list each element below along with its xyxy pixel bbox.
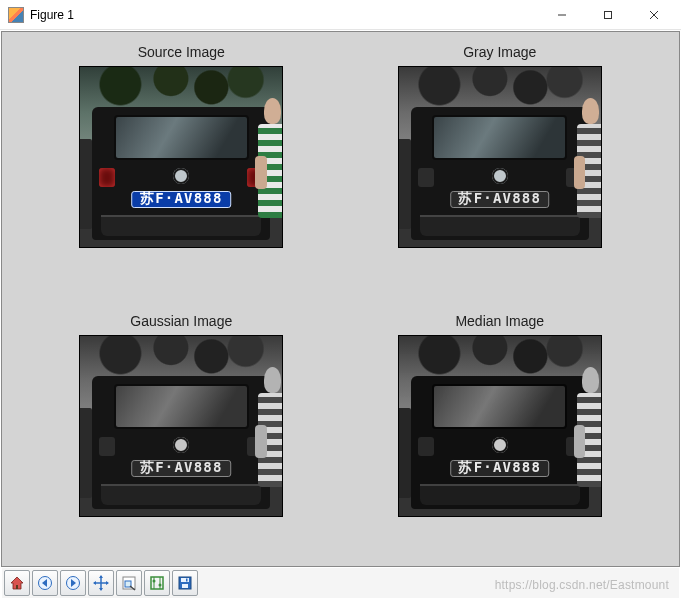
subplot-title: Source Image [138, 44, 225, 60]
subplot-title: Median Image [455, 313, 544, 329]
subplot-1: Gray Image苏F·AV888 [361, 44, 640, 285]
pan-button[interactable] [88, 570, 114, 596]
back-icon [37, 575, 53, 591]
back-button[interactable] [32, 570, 58, 596]
window-titlebar: Figure 1 [0, 0, 681, 30]
subplot-image: 苏F·AV888 [398, 66, 602, 248]
watermark-text: https://blog.csdn.net/Eastmount [495, 578, 669, 592]
license-plate: 苏F·AV888 [131, 460, 231, 477]
save-button[interactable] [172, 570, 198, 596]
configure-icon [149, 575, 165, 591]
subplot-title: Gaussian Image [130, 313, 232, 329]
zoom-button[interactable] [116, 570, 142, 596]
home-button[interactable] [4, 570, 30, 596]
subplot-image: 苏F·AV888 [79, 66, 283, 248]
subplot-0: Source Image苏F·AV888 [42, 44, 321, 285]
save-icon [177, 575, 193, 591]
forward-button[interactable] [60, 570, 86, 596]
license-plate: 苏F·AV888 [131, 191, 231, 208]
home-icon [9, 575, 25, 591]
svg-rect-1 [605, 11, 612, 18]
subplot-3: Median Image苏F·AV888 [361, 313, 640, 554]
close-button[interactable] [631, 0, 677, 30]
subplot-image: 苏F·AV888 [79, 335, 283, 517]
matplotlib-toolbar: https://blog.csdn.net/Eastmount [2, 568, 679, 598]
maximize-button[interactable] [585, 0, 631, 30]
window-title: Figure 1 [30, 8, 74, 22]
subplot-2: Gaussian Image苏F·AV888 [42, 313, 321, 554]
pan-icon [93, 575, 109, 591]
app-icon [8, 7, 24, 23]
subplot-title: Gray Image [463, 44, 536, 60]
figure-canvas: Source Image苏F·AV888Gray Image苏F·AV888Ga… [1, 31, 680, 567]
zoom-icon [121, 575, 137, 591]
license-plate: 苏F·AV888 [450, 191, 550, 208]
license-plate: 苏F·AV888 [450, 460, 550, 477]
configure-button[interactable] [144, 570, 170, 596]
subplot-image: 苏F·AV888 [398, 335, 602, 517]
forward-icon [65, 575, 81, 591]
minimize-button[interactable] [539, 0, 585, 30]
